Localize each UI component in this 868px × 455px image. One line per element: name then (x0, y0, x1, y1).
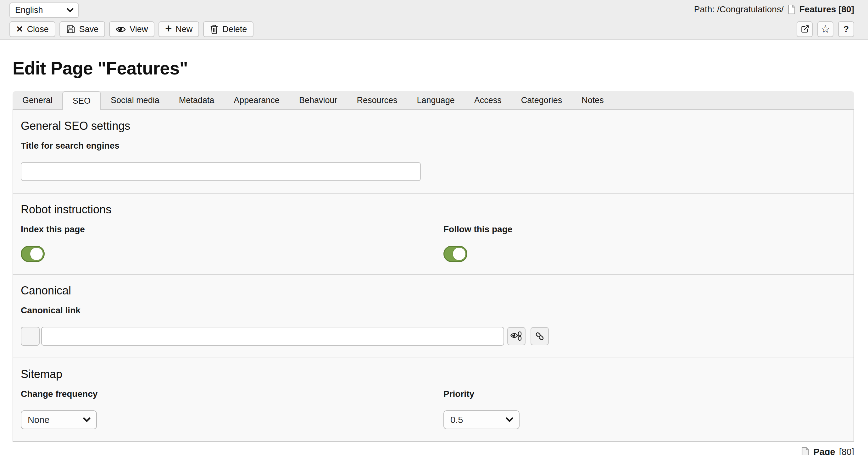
favorite-button[interactable]: ☆ (817, 21, 833, 37)
tab-notes[interactable]: Notes (572, 91, 614, 109)
canonical-link-widget (21, 327, 846, 346)
star-icon: ☆ (820, 23, 830, 35)
section-heading: Canonical (21, 284, 846, 297)
toggle-knob (30, 247, 43, 260)
view-button-label: View (130, 25, 148, 34)
help-icon: ? (843, 24, 849, 34)
page-reference: Page [80] (0, 447, 854, 455)
new-button-label: New (176, 25, 192, 34)
tab-access[interactable]: Access (465, 91, 512, 109)
change-frequency-label: Change frequency (21, 389, 433, 399)
top-toolbar: English ✕ Close Save (0, 0, 868, 40)
index-this-page-field: Index this page (21, 224, 433, 262)
new-button[interactable]: + New (158, 21, 199, 37)
window-action-row: ☆ ? (797, 21, 854, 37)
chevron-down-icon (67, 8, 73, 12)
delete-button[interactable]: Delete (203, 21, 253, 37)
title-for-search-engines-label: Title for search engines (21, 141, 846, 151)
section-general-seo-settings: General SEO settings Title for search en… (13, 110, 854, 193)
tab-metadata[interactable]: Metadata (169, 91, 224, 109)
close-icon: ✕ (16, 25, 23, 34)
toolbar-button-row: ✕ Close Save View (9, 21, 253, 37)
tab-appearance[interactable]: Appearance (224, 91, 289, 109)
breadcrumb-path: Path: /Congratulations/ (694, 4, 784, 14)
save-icon (66, 25, 75, 34)
section-heading: Robot instructions (21, 203, 846, 216)
chevron-down-icon (83, 417, 91, 422)
insert-link-button[interactable] (531, 327, 549, 345)
title-for-search-engines-input[interactable] (21, 162, 421, 181)
external-link-icon (800, 25, 809, 34)
priority-value: 0.5 (451, 415, 463, 425)
edit-page-tabs: General SEO Social media Metadata Appear… (12, 91, 854, 110)
index-this-page-toggle[interactable] (21, 246, 45, 262)
eye-link-icon (510, 331, 522, 342)
section-heading: Sitemap (21, 368, 846, 381)
tab-seo[interactable]: SEO (62, 91, 101, 110)
page-type-label: Page (813, 447, 835, 455)
page-title: Edit Page "Features" (12, 58, 868, 78)
plus-icon: + (165, 23, 172, 34)
chevron-down-icon (506, 417, 513, 422)
change-frequency-select[interactable]: None (21, 411, 97, 429)
tab-categories[interactable]: Categories (512, 91, 572, 109)
section-robot-instructions: Robot instructions Index this page Follo… (13, 193, 854, 274)
view-button[interactable]: View (109, 21, 154, 37)
close-button[interactable]: ✕ Close (9, 21, 55, 37)
save-button[interactable]: Save (59, 21, 105, 37)
breadcrumb-page-ref: Features [80] (800, 4, 854, 14)
canonical-link-id-box (21, 327, 40, 346)
index-this-page-label: Index this page (21, 224, 433, 234)
canonical-link-input[interactable] (41, 327, 504, 346)
page-file-icon (801, 447, 809, 455)
language-select-value: English (15, 5, 43, 15)
breadcrumb: Path: /Congratulations/ Features [80] (694, 4, 854, 14)
section-heading: General SEO settings (21, 120, 846, 133)
view-icon (116, 26, 126, 33)
priority-label: Priority (443, 389, 846, 399)
tab-social-media[interactable]: Social media (101, 91, 169, 109)
language-select[interactable]: English (9, 2, 79, 18)
tab-language[interactable]: Language (407, 91, 465, 109)
priority-select[interactable]: 0.5 (443, 411, 520, 429)
save-button-label: Save (79, 25, 99, 34)
follow-this-page-label: Follow this page (443, 224, 846, 234)
open-in-new-window-button[interactable] (797, 21, 813, 37)
help-button[interactable]: ? (838, 21, 854, 37)
section-canonical: Canonical Canonical link (13, 274, 854, 358)
priority-field: Priority 0.5 (433, 389, 846, 429)
close-button-label: Close (27, 25, 49, 34)
trash-icon (210, 24, 219, 34)
follow-this-page-toggle[interactable] (443, 246, 467, 262)
change-frequency-field: Change frequency None (21, 389, 433, 429)
page-id-label: [80] (839, 447, 854, 455)
link-icon (535, 331, 545, 341)
open-linkmap-button[interactable] (507, 327, 526, 345)
page-file-icon (787, 4, 796, 14)
tab-resources[interactable]: Resources (347, 91, 407, 109)
toggle-knob (453, 247, 466, 260)
section-sitemap: Sitemap Change frequency None Priority 0… (13, 358, 854, 441)
canonical-link-label: Canonical link (21, 305, 846, 316)
change-frequency-value: None (28, 415, 50, 425)
follow-this-page-field: Follow this page (433, 224, 846, 262)
seo-tab-panel: General SEO settings Title for search en… (12, 110, 854, 442)
tab-general[interactable]: General (12, 91, 62, 109)
tab-behaviour[interactable]: Behaviour (289, 91, 347, 109)
delete-button-label: Delete (222, 25, 247, 34)
